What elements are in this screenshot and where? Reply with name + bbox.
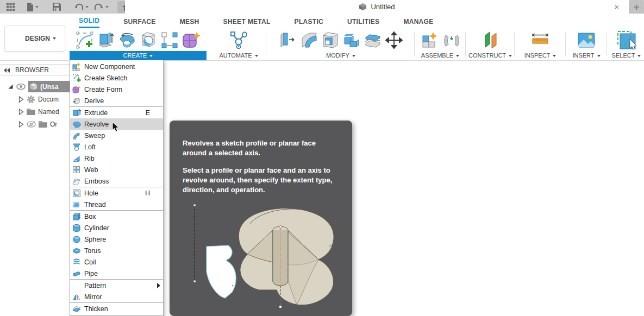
shell-icon[interactable] — [321, 31, 340, 49]
tab-surface[interactable]: SURFACE — [123, 15, 155, 28]
hole-icon[interactable] — [139, 31, 158, 49]
menu-item-rib[interactable]: Rib — [70, 153, 163, 164]
tab-plastic[interactable]: PLASTIC — [295, 15, 323, 28]
ribbon-divider — [514, 33, 515, 56]
revolve-icon — [72, 120, 81, 129]
ribbon-group-modify: MODIFY — [270, 29, 412, 60]
press-pull-icon[interactable] — [279, 31, 297, 49]
menu-item-extrude[interactable]: Extrude E — [70, 107, 163, 118]
workspace-selector[interactable]: DESIGN — [4, 26, 65, 52]
select-menu-button[interactable]: SELECT — [609, 51, 644, 60]
menu-item-box[interactable]: Box — [70, 211, 163, 222]
browser-header[interactable]: BROWSER — [0, 64, 70, 76]
assemble-menu-button[interactable]: ASSEMBLE — [417, 51, 463, 60]
menu-item-sphere[interactable]: Sphere — [70, 233, 163, 245]
menu-item-pattern[interactable]: Pattern — [70, 280, 163, 291]
origin-label: Or — [50, 121, 57, 128]
tab-solid[interactable]: SOLID — [79, 14, 99, 28]
inspect-menu-button[interactable]: INSPECT — [517, 51, 563, 60]
ribbon-group-select: SELECT — [609, 29, 644, 60]
construct-menu-button[interactable]: CONSTRUCT — [468, 51, 512, 60]
browser-row-named-views[interactable]: Named — [0, 105, 70, 118]
sphere-icon — [72, 235, 81, 244]
tab-manage[interactable]: MANAGE — [403, 15, 433, 28]
shortcut-key: H — [145, 189, 150, 197]
undo-dropdown-icon[interactable] — [85, 6, 89, 8]
pattern-icon[interactable] — [160, 31, 179, 49]
menu-item-coil[interactable]: Coil — [70, 256, 163, 268]
collapse-panel-icon[interactable] — [4, 68, 10, 73]
new-component-icon[interactable] — [421, 31, 441, 49]
select-icon[interactable] — [617, 30, 636, 50]
root-selection-highlight[interactable]: (Unsa — [28, 81, 70, 92]
pipe-icon — [72, 269, 81, 278]
automate-bot-icon[interactable] — [229, 30, 248, 50]
tab-mesh[interactable]: MESH — [180, 15, 199, 28]
new-file-button[interactable] — [24, 1, 41, 13]
redo-dropdown-icon[interactable] — [105, 6, 109, 8]
offset-face-icon[interactable] — [364, 31, 382, 49]
new-component-icon — [72, 62, 81, 71]
document-cube-icon — [359, 3, 367, 11]
emboss-icon — [72, 177, 81, 186]
menu-item-pipe[interactable]: Pipe — [70, 268, 163, 279]
expander-closed-icon[interactable] — [18, 121, 24, 128]
menu-item-derive[interactable]: Derive — [70, 95, 163, 106]
new-tab-button[interactable]: + — [629, 0, 644, 14]
expander-closed-icon[interactable] — [18, 109, 24, 115]
insert-dropdown-icon — [597, 55, 601, 57]
assemble-dropdown-icon — [456, 55, 459, 57]
menu-item-create-sketch[interactable]: Create Sketch — [70, 72, 163, 84]
modify-menu-button[interactable]: MODIFY — [270, 51, 412, 60]
create-dropdown-menu: New Component Create Sketch Create Form … — [70, 60, 164, 316]
menu-item-thicken[interactable]: Thicken — [70, 303, 163, 314]
derive-icon — [72, 97, 81, 105]
document-tab[interactable]: Untitled × — [125, 0, 629, 14]
expander-closed-icon[interactable] — [18, 96, 24, 103]
menu-item-mirror[interactable]: Mirror — [70, 291, 163, 302]
menu-item-web[interactable]: Web — [70, 164, 163, 175]
revolve-icon[interactable] — [118, 31, 136, 49]
menu-item-thread[interactable]: Thread — [70, 199, 163, 210]
create-sketch-icon[interactable] — [76, 31, 94, 49]
browser-row-origin[interactable]: Or — [0, 118, 70, 130]
joint-icon[interactable] — [443, 31, 460, 49]
browser-root-row[interactable]: (Unsa — [0, 80, 70, 93]
menu-item-loft[interactable]: Loft — [70, 141, 163, 153]
menu-item-torus[interactable]: Torus — [70, 245, 163, 256]
undo-button[interactable] — [72, 1, 91, 13]
browser-row-document-settings[interactable]: Docum — [0, 93, 70, 105]
redo-button[interactable] — [92, 1, 111, 13]
tab-utilities[interactable]: UTILITIES — [347, 15, 379, 28]
menu-item-hole[interactable]: Hole H — [70, 187, 163, 199]
measure-icon[interactable] — [531, 32, 549, 48]
new-file-dropdown-icon[interactable] — [35, 6, 39, 8]
automate-menu-button[interactable]: AUTOMATE — [213, 51, 264, 60]
app-grid-icon[interactable] — [4, 1, 17, 13]
create-form-icon[interactable] — [182, 31, 201, 49]
combine-icon[interactable] — [342, 31, 361, 49]
cylinder-icon — [72, 224, 81, 232]
menu-item-new-component[interactable]: New Component — [70, 61, 163, 72]
extrude-icon[interactable] — [97, 31, 115, 49]
tab-sheet-metal[interactable]: SHEET METAL — [223, 15, 271, 28]
menu-item-emboss[interactable]: Emboss — [70, 175, 163, 187]
create-menu-button[interactable]: CREATE — [70, 51, 207, 60]
submenu-arrow-icon — [157, 283, 160, 288]
visibility-eye-icon[interactable] — [16, 84, 26, 90]
menu-item-create-form[interactable]: Create Form — [70, 84, 163, 95]
visibility-off-eye-icon[interactable] — [27, 121, 36, 128]
move-copy-icon[interactable] — [385, 31, 403, 49]
insert-menu-button[interactable]: INSERT — [568, 51, 604, 60]
save-button[interactable] — [51, 1, 63, 13]
fillet-icon[interactable] — [300, 31, 318, 49]
construct-plane-icon[interactable] — [481, 31, 499, 49]
close-tab-icon[interactable]: × — [614, 0, 619, 14]
menu-item-cylinder[interactable]: Cylinder — [70, 222, 163, 233]
ribbon-group-automate: AUTOMATE — [213, 29, 264, 60]
expander-open-icon[interactable] — [8, 84, 14, 90]
create-form-icon — [72, 85, 81, 94]
thread-icon — [72, 200, 81, 209]
insert-image-icon[interactable] — [577, 32, 596, 48]
torus-icon — [72, 247, 81, 255]
